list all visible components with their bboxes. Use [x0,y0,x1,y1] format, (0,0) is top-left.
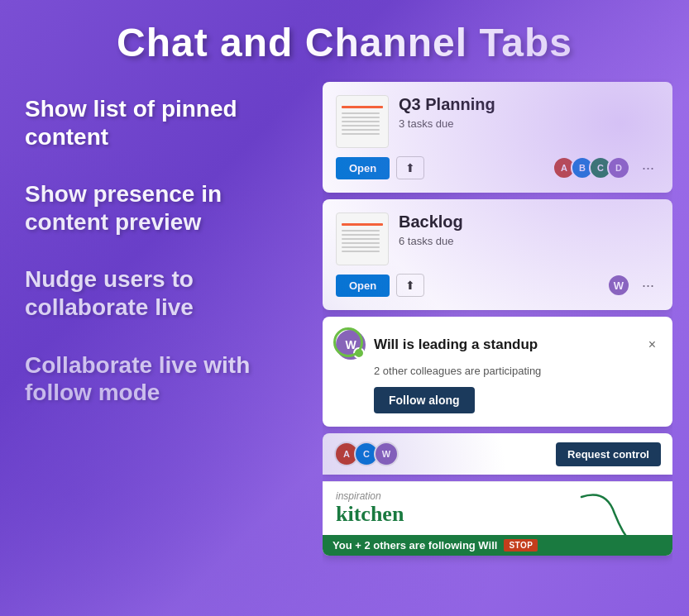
backlog-card: Backlog 6 tasks due Open ⬆ W ··· [323,199,672,310]
standup-title: Will is leading a standup [374,337,637,353]
q3-title: Q3 Planning [399,95,659,114]
q3-planning-card: Q3 Planning 3 tasks due Open ⬆ A B C D ·… [323,82,672,193]
live-avatar-3: W [374,442,399,466]
stop-badge[interactable]: STOP [504,539,538,552]
backlog-open-button[interactable]: Open [336,275,390,297]
standup-close-button[interactable]: × [645,336,659,354]
page-title: Chat and Channel Tabs [0,0,689,79]
standup-header: W Will is leading a standup × [336,330,659,360]
backlog-avatar-group: W [607,274,630,297]
backlog-more-button[interactable]: ··· [637,275,659,296]
wb-kitchen-text: kitchen [336,502,404,527]
cards-panel: Q3 Planning 3 tasks due Open ⬆ A B C D ·… [323,79,672,612]
backlog-share-button[interactable]: ⬆ [396,274,424,297]
backlog-thumbnail [336,212,389,265]
q3-card-bottom: Open ⬆ A B C D ··· [336,156,659,179]
feature-nudge: Nudge users to collaborate live [25,265,306,321]
backlog-info: Backlog 6 tasks due [399,212,659,247]
feature-follow: Collaborate live with follow mode [25,351,306,407]
q3-card-top: Q3 Planning 3 tasks due [336,95,659,148]
backlog-card-top: Backlog 6 tasks due [336,212,659,265]
follow-along-button[interactable]: Follow along [374,387,475,413]
feature-pinned: Show list of pinned content [25,95,306,150]
q3-avatar-group: A B C D [553,156,630,179]
backlog-subtitle: 6 tasks due [399,235,659,247]
share-icon: ⬆ [405,161,415,174]
follow-banner-text: You + 2 others are following Will [333,539,497,552]
avatar-4: D [607,156,630,179]
main-layout: Show list of pinned content Show presenc… [0,79,689,612]
q3-subtitle: 3 tasks due [399,117,659,130]
feature-list: Show list of pinned content Show presenc… [25,79,306,612]
backlog-card-bottom: Open ⬆ W ··· [336,274,659,297]
standup-body: 2 other colleagues are participating [336,365,659,377]
request-control-button[interactable]: Request control [556,442,661,466]
standup-avatar-wrapper: W [336,330,366,360]
standup-card: W Will is leading a standup × 2 other co… [323,317,672,427]
backlog-avatar: W [607,274,630,297]
live-bar: A C W Request control [323,433,672,475]
q3-more-button[interactable]: ··· [637,158,659,179]
share-icon: ⬆ [405,279,415,292]
follow-banner: You + 2 others are following Will STOP [323,535,672,556]
feature-presence: Show presence in content preview [25,180,306,236]
wb-inspiration-text: inspiration [336,490,381,502]
q3-share-button[interactable]: ⬆ [396,156,424,179]
q3-thumbnail [336,95,389,148]
presence-ring [333,327,363,357]
q3-info: Q3 Planning 3 tasks due [399,95,659,130]
q3-open-button[interactable]: Open [336,157,390,179]
whiteboard-preview: inspiration kitchen You + 2 others are f… [323,481,672,556]
backlog-title: Backlog [399,212,659,232]
live-avatars: A C W [334,442,399,466]
